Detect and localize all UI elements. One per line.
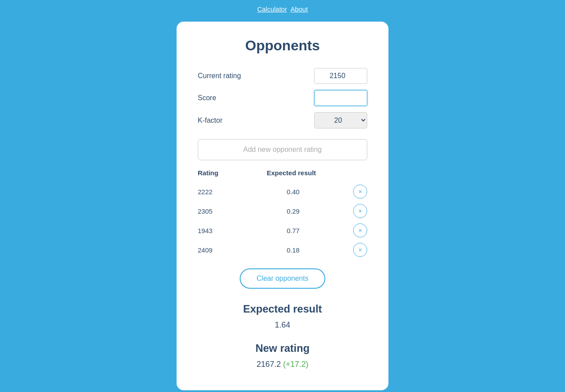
add-opponent-button[interactable]: Add new opponent rating [198,139,367,160]
header-expected: Expected result [233,169,350,177]
kfactor-select[interactable]: 10 20 40 [314,112,367,128]
new-rating-number: 2167.2 [256,360,281,369]
header-action [350,169,367,177]
remove-opponent-3[interactable]: × [353,223,367,237]
opponent-rating-4: 2409 [198,246,233,254]
remove-opponent-2[interactable]: × [353,204,367,218]
expected-result-value: 1.64 [198,320,367,330]
table-row: 2222 0.40 × [198,182,367,201]
new-rating-title: New rating [198,342,367,354]
main-card: Opponents Current rating Score K-factor … [177,22,388,390]
score-input[interactable] [314,90,367,106]
score-row: Score [198,90,367,106]
table-row: 2409 0.18 × [198,240,367,260]
header-rating: Rating [198,169,233,177]
expected-result-title: Expected result [198,303,367,315]
table-header: Rating Expected result [198,169,367,180]
opponent-rating-1: 2222 [198,188,233,196]
opponent-expected-3: 0.77 [233,227,353,234]
score-label: Score [198,94,216,102]
opponent-expected-1: 0.40 [233,188,353,196]
remove-opponent-1[interactable]: × [353,185,367,199]
opponent-rating-2: 2305 [198,207,233,215]
opponent-rating-3: 1943 [198,227,233,234]
page-title: Opponents [198,38,367,54]
new-rating-delta: (+17.2) [283,360,309,369]
opponent-expected-2: 0.29 [233,207,353,215]
kfactor-label: K-factor [198,117,222,124]
current-rating-input[interactable] [314,68,367,84]
about-link[interactable]: About [290,5,308,13]
input-form: Current rating Score K-factor 10 20 40 [198,68,367,128]
opponent-expected-4: 0.18 [233,246,353,254]
kfactor-row: K-factor 10 20 40 [198,112,367,128]
opponents-table: Rating Expected result 2222 0.40 × 2305 … [198,169,367,260]
top-navigation: Calculator About [0,0,565,18]
clear-opponents-button[interactable]: Clear opponents [240,268,325,289]
current-rating-label: Current rating [198,72,241,80]
current-rating-row: Current rating [198,68,367,84]
table-row: 2305 0.29 × [198,201,367,221]
table-row: 1943 0.77 × [198,221,367,240]
remove-opponent-4[interactable]: × [353,243,367,257]
calculator-link[interactable]: Calculator [257,5,287,13]
new-rating-value: 2167.2 (+17.2) [198,360,367,369]
